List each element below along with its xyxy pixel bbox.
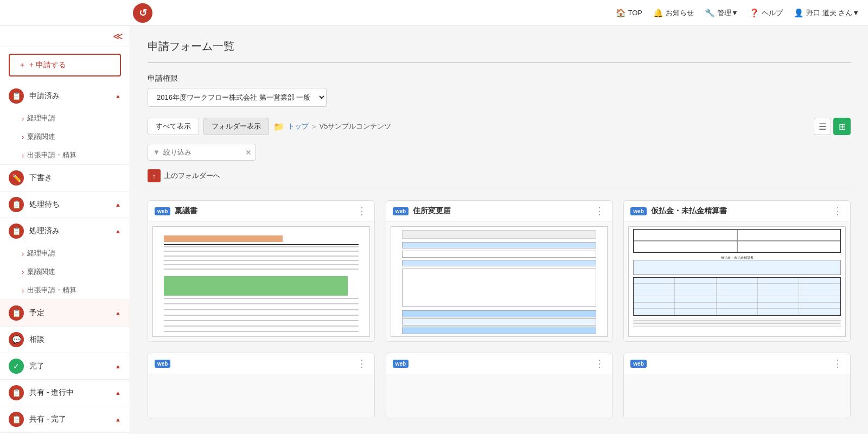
- completed-arrow: ▲: [115, 363, 121, 369]
- new-request-button[interactable]: ＋ + 申請する: [9, 54, 121, 76]
- sidebar-sub-ringi2[interactable]: 稟議関連: [0, 263, 130, 281]
- card-r2-2-preview: [386, 374, 612, 418]
- sidebar-sub-accounting[interactable]: 経理申請: [0, 109, 130, 127]
- scheduled-icon: 📋: [9, 305, 24, 321]
- sidebar-nav: 📋 申請済み ▲ 経理申請 稟議関連 出張申請・精算 ✏️ 下書き: [0, 83, 130, 434]
- ringi2-label: 稟議関連: [27, 267, 55, 277]
- card-advance-menu[interactable]: ⋮: [833, 206, 844, 216]
- card-address[interactable]: web 住所変更届 ⋮: [386, 200, 613, 342]
- nav-user[interactable]: 👤 野口 道夫 さん▼: [794, 8, 859, 18]
- section-submitted: 📋 申請済み ▲ 経理申請 稟議関連 出張申請・精算: [0, 83, 130, 165]
- nav-user-label: 野口 道夫 さん▼: [806, 8, 859, 18]
- content-area: 申請フォーム一覧 申請権限 2016年度ワークフロー株式会社 第一営業部 一般 …: [130, 26, 868, 434]
- permission-section: 申請権限 2016年度ワークフロー株式会社 第一営業部 一般: [148, 74, 851, 107]
- nav-help[interactable]: ❓ ヘルプ: [749, 8, 783, 18]
- section-consultation: 💬 相談: [0, 327, 130, 353]
- filter-clear-button[interactable]: ✕: [245, 148, 252, 157]
- nav-admin[interactable]: 🔧 管理▼: [705, 8, 738, 18]
- card-r2-1-menu[interactable]: ⋮: [357, 359, 368, 368]
- card-ringi[interactable]: web 稟議書 ⋮: [148, 200, 375, 342]
- card-advance[interactable]: web 仮払金・未払金精算書 ⋮ 仮払金・未払金精算書: [623, 200, 851, 342]
- sidebar-item-submitted[interactable]: 📋 申請済み ▲: [0, 83, 130, 109]
- sidebar-item-processed[interactable]: 📋 処理済み ▲: [0, 218, 130, 244]
- card-r2-1-header: web ⋮: [148, 353, 374, 374]
- web-badge-advance: web: [630, 207, 646, 215]
- grid-layout-button[interactable]: ⊞: [833, 118, 851, 135]
- form-green-block: [164, 276, 348, 296]
- sidebar-item-consultation[interactable]: 💬 相談: [0, 327, 130, 353]
- travel-label: 出張申請・精算: [27, 150, 76, 160]
- permission-select[interactable]: 2016年度ワークフロー株式会社 第一営業部 一般: [148, 88, 327, 107]
- collapse-icon: ≪: [113, 31, 123, 42]
- page-title: 申請フォーム一覧: [148, 39, 851, 54]
- view-folder-button[interactable]: フォルダー表示: [203, 118, 269, 135]
- top-navigation: ↺ 🏠 TOP 🔔 お知らせ 🔧 管理▼ ❓ ヘルプ 👤 野口 道夫 さん▼: [0, 0, 868, 26]
- shared-done-icon: 📋: [9, 412, 24, 427]
- up-folder-icon: ↑: [148, 169, 161, 182]
- filter-input[interactable]: [148, 144, 256, 161]
- address-row1: [402, 242, 597, 248]
- web-badge-ringi: web: [155, 207, 170, 215]
- folder-icon: 📁: [273, 122, 284, 132]
- card-ringi-menu[interactable]: ⋮: [357, 206, 368, 216]
- sidebar-sub-accounting2[interactable]: 経理申請: [0, 244, 130, 263]
- sidebar-sub-travel2[interactable]: 出張申請・精算: [0, 281, 130, 299]
- pending-icon: 📋: [9, 197, 24, 212]
- sidebar-sub-ringi[interactable]: 稟議関連: [0, 127, 130, 146]
- breadcrumb-sep: >: [312, 123, 316, 131]
- top-nav-items: 🏠 TOP 🔔 お知らせ 🔧 管理▼ ❓ ヘルプ 👤 野口 道夫 さん▼: [616, 8, 859, 18]
- nav-notifications-label: お知らせ: [666, 8, 694, 18]
- nav-top[interactable]: 🏠 TOP: [616, 8, 643, 18]
- filter-bar: ▼ ✕: [148, 144, 851, 161]
- list-layout-button[interactable]: ☰: [814, 118, 831, 135]
- card-address-menu[interactable]: ⋮: [595, 206, 605, 216]
- sidebar-item-shared-progress[interactable]: 📋 共有 - 進行中 ▲: [0, 380, 130, 406]
- form-line1: [164, 244, 359, 245]
- card-advance-title: 仮払金・未払金精算書: [651, 206, 727, 216]
- card-r2-2[interactable]: web ⋮: [386, 353, 613, 418]
- card-ringi-header: web 稟議書 ⋮: [148, 201, 374, 222]
- card-r2-3-menu[interactable]: ⋮: [833, 359, 844, 368]
- nav-notifications[interactable]: 🔔 お知らせ: [653, 8, 694, 18]
- completed-label: 完了: [29, 361, 115, 371]
- card-r2-3[interactable]: web ⋮: [623, 353, 851, 418]
- nav-admin-label: 管理▼: [717, 8, 738, 18]
- draft-icon: ✏️: [9, 170, 24, 186]
- view-all-button[interactable]: すべて表示: [148, 118, 199, 135]
- section-shared-progress: 📋 共有 - 進行中 ▲: [0, 380, 130, 406]
- advance-bot-rows: [633, 318, 841, 328]
- advance-grid-inner: [634, 278, 840, 315]
- web-badge-address: web: [393, 207, 409, 215]
- sidebar-item-draft[interactable]: ✏️ 下書き: [0, 165, 130, 191]
- sidebar-item-completed[interactable]: ✓ 完了 ▲: [0, 353, 130, 379]
- app-logo[interactable]: ↺: [133, 3, 152, 23]
- up-folder-button[interactable]: ↑ 上のフォルダーへ: [148, 169, 851, 182]
- form-preview-ringi: [152, 226, 370, 337]
- card-r2-2-menu[interactable]: ⋮: [595, 359, 605, 368]
- grid-icon: ⊞: [839, 122, 846, 132]
- sidebar-item-scheduled[interactable]: 📋 予定 ▲: [0, 300, 130, 326]
- sidebar-collapse-button[interactable]: ≪: [0, 26, 130, 47]
- card-r2-1[interactable]: web ⋮: [148, 353, 375, 418]
- submitted-icon: 📋: [9, 88, 24, 104]
- filter-wrapper: ▼ ✕: [148, 144, 256, 161]
- sidebar-sub-travel[interactable]: 出張申請・精算: [0, 146, 130, 164]
- user-icon: 👤: [794, 8, 804, 18]
- scheduled-arrow: ▲: [115, 310, 121, 316]
- card-address-header-left: web 住所変更届: [393, 206, 451, 216]
- address-bottom: [402, 310, 597, 332]
- up-folder-label: 上のフォルダーへ: [164, 171, 220, 181]
- sidebar-item-shared-done[interactable]: 📋 共有 - 完了 ▲: [0, 406, 130, 432]
- section-scheduled: 📋 予定 ▲: [0, 300, 130, 327]
- sidebar-item-pending[interactable]: 📋 処理待ち ▲: [0, 192, 130, 218]
- nav-top-label: TOP: [628, 9, 643, 17]
- travel2-label: 出張申請・精算: [27, 285, 76, 295]
- breadcrumb-top[interactable]: トップ: [288, 122, 309, 131]
- view-left: すべて表示 フォルダー表示 📁 トップ > V5サンプルコンテンツ: [148, 118, 392, 135]
- address-big-area: [402, 269, 597, 307]
- shared-progress-label: 共有 - 進行中: [29, 388, 115, 398]
- consultation-icon: 💬: [9, 332, 24, 347]
- logo-circle: ↺: [133, 3, 152, 23]
- shared-progress-icon: 📋: [9, 385, 24, 400]
- breadcrumb: 📁 トップ > V5サンプルコンテンツ: [273, 122, 392, 132]
